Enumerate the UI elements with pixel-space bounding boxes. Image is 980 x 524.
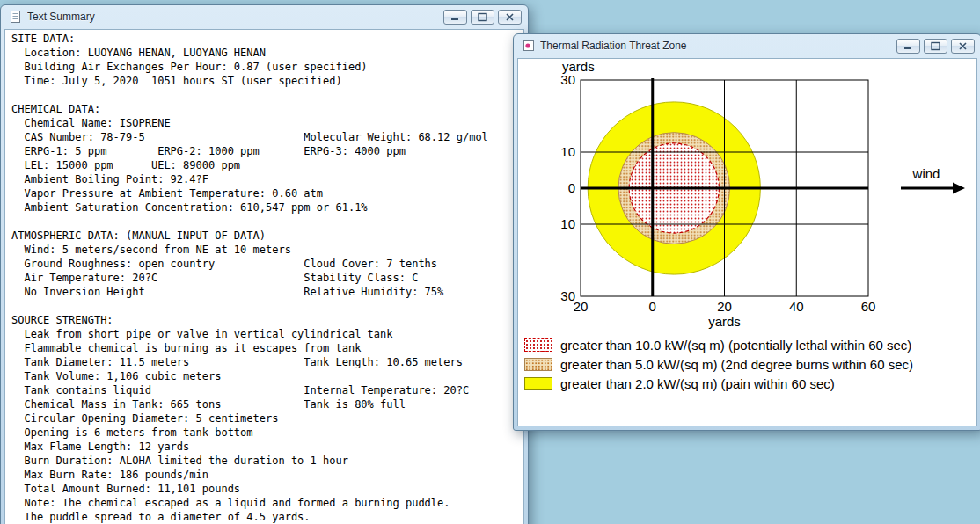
legend-label: greater than 2.0 kW/(sq m) (pain within … — [560, 376, 835, 391]
maximize-icon — [930, 41, 941, 51]
threat-zone-content: 301001030200204060yardsyardswind greater… — [517, 58, 977, 426]
minimize-icon — [450, 13, 461, 21]
legend-label: greater than 10.0 kW/(sq m) (potentially… — [560, 338, 911, 353]
maximize-button[interactable] — [471, 10, 494, 25]
maximize-button[interactable] — [924, 39, 947, 54]
x-tick-label: 40 — [789, 299, 804, 314]
close-button[interactable] — [498, 10, 522, 25]
text-summary-titlebar[interactable]: Text Summary — [1, 5, 528, 28]
window-controls — [896, 39, 975, 54]
threat-legend: greater than 10.0 kW/(sq m) (potentially… — [518, 331, 976, 393]
close-button[interactable] — [951, 39, 975, 54]
x-tick-label: 20 — [717, 299, 732, 314]
legend-swatch-tan-dotted — [524, 358, 552, 371]
legend-row: greater than 2.0 kW/(sq m) (pain within … — [524, 374, 976, 393]
document-icon — [9, 11, 22, 24]
legend-row: greater than 5.0 kW/(sq m) (2nd degree b… — [524, 354, 976, 374]
window-title: Text Summary — [27, 11, 438, 23]
y-tick-label: 0 — [568, 180, 575, 195]
y-axis-label: yards — [562, 59, 595, 74]
x-tick-label: 20 — [574, 299, 589, 314]
threat-zone-titlebar[interactable]: Thermal Radiation Threat Zone — [514, 34, 980, 57]
text-summary-window: Text Summary SITE DATA: Location: LUOYAN… — [0, 4, 529, 524]
minimize-button[interactable] — [443, 10, 467, 25]
y-tick-label: 10 — [560, 216, 575, 231]
minimize-icon — [903, 42, 914, 50]
window-title: Thermal Radiation Threat Zone — [540, 40, 891, 52]
x-tick-label: 0 — [649, 299, 656, 314]
legend-swatch-red-dotted — [524, 338, 552, 352]
legend-label: greater than 5.0 kW/(sq m) (2nd degree b… — [560, 357, 913, 372]
window-controls — [443, 10, 522, 25]
x-tick-label: 60 — [861, 299, 876, 314]
close-icon — [505, 12, 515, 22]
desktop: Text Summary SITE DATA: Location: LUOYAN… — [0, 0, 980, 524]
threat-zone-chart: 301001030200204060yardsyardswind — [518, 59, 976, 331]
wind-label: wind — [912, 166, 940, 181]
legend-row: greater than 10.0 kW/(sq m) (potentially… — [524, 335, 976, 354]
text-summary-content: SITE DATA: Location: LUOYANG HENAN, LUOY… — [4, 29, 524, 524]
x-axis-label: yards — [708, 314, 741, 329]
chart-icon — [522, 40, 535, 53]
y-tick-label: 30 — [560, 72, 575, 87]
minimize-button[interactable] — [896, 39, 920, 54]
wind-arrow-head — [953, 183, 965, 194]
maximize-icon — [477, 12, 488, 22]
legend-swatch-yellow-solid — [524, 377, 552, 390]
text-summary-text: SITE DATA: Location: LUOYANG HENAN, LUOY… — [5, 30, 523, 524]
y-tick-label: 10 — [560, 144, 575, 159]
close-icon — [958, 41, 968, 51]
threat-zone-window: Thermal Radiation Threat Zone 3010010302… — [513, 33, 980, 431]
